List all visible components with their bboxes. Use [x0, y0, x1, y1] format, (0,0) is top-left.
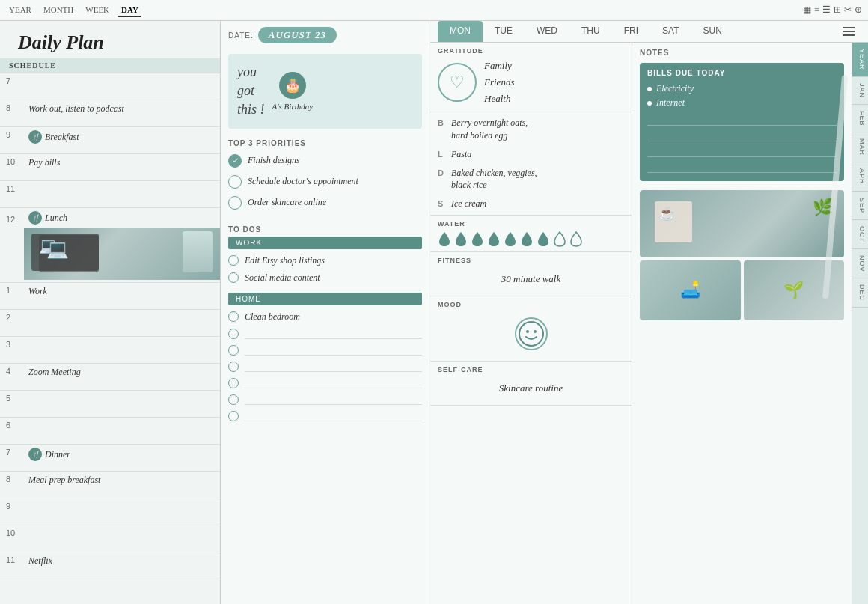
schedule-row: 9 🍴 Breakfast — [0, 127, 220, 154]
schedule-content — [24, 73, 220, 79]
schedule-row-lunch: 12 🍴 Lunch 💻 — [0, 208, 220, 283]
meal-label-s: S — [438, 198, 447, 208]
photo-2: 🛋️ — [640, 260, 741, 320]
right-sidebar: YEAR JAN FEB MAR APR SEP OCT NOV DEC — [852, 43, 868, 604]
sidebar-tab-mar[interactable]: MAR — [852, 132, 868, 162]
todo-text: Clean bedroom — [245, 311, 300, 323]
todo-checkbox[interactable] — [228, 255, 239, 266]
schedule-row: 11 Netflix — [0, 552, 220, 579]
tab-sat[interactable]: SAT — [650, 21, 691, 42]
toolbar-icons: ▦ ≡ ☰ ⊞ ✂ ⊕ — [803, 4, 862, 16]
nav-day[interactable]: DAY — [118, 4, 141, 17]
hour-label: 7 — [0, 445, 24, 457]
todo-checkbox[interactable] — [228, 411, 239, 421]
tab-thu[interactable]: THU — [569, 21, 612, 42]
meal-row-breakfast: B Berry overnight oats,hard boiled egg — [438, 117, 624, 142]
toolbar-icon-2[interactable]: ≡ — [814, 4, 819, 16]
toolbar-icon-1[interactable]: ▦ — [803, 4, 811, 16]
tab-sun[interactable]: SUN — [691, 21, 733, 42]
birthday-badge: 🎂 A's Birthday — [272, 72, 314, 111]
water-drop-filled — [438, 231, 451, 247]
hamburger-menu[interactable] — [837, 24, 861, 39]
schedule-content — [24, 418, 220, 424]
hour-label: 7 — [0, 73, 24, 85]
schedule-row: 4 Zoom Meeting — [0, 364, 220, 391]
hour-label: 10 — [0, 525, 24, 537]
todo-category-work: WORK — [228, 237, 422, 249]
schedule-row: 8 Work out, listen to podcast — [0, 100, 220, 127]
hour-label: 11 — [0, 181, 24, 193]
sidebar-tab-sep[interactable]: SEP — [852, 192, 868, 220]
nav-month[interactable]: MONTH — [40, 4, 76, 17]
todo-checkbox[interactable] — [228, 311, 239, 322]
toolbar-icon-6[interactable]: ⊕ — [855, 4, 862, 16]
day-tabs: MON TUE WED THU FRI SAT SUN — [430, 21, 868, 43]
sidebar-tab-year[interactable]: YEAR — [852, 43, 868, 77]
priority-text-3: Order skincare online — [248, 197, 326, 208]
motivation-box: yougotthis ! 🎂 A's Birthday — [228, 54, 422, 129]
period-selector[interactable]: YEAR MONTH WEEK DAY — [6, 4, 141, 17]
birthday-text: A's Birthday — [272, 102, 314, 111]
todo-text: Social media content — [245, 272, 320, 284]
water-section: WATER — [430, 216, 632, 252]
schedule-content — [24, 525, 220, 531]
schedule-lunch-image: 💻 — [24, 228, 220, 280]
meal-value-lunch: Pasta — [451, 148, 471, 161]
sidebar-tab-apr[interactable]: APR — [852, 162, 868, 192]
bills-box: BILLS DUE TODAY Electricity Internet — [640, 63, 844, 181]
fitness-label: FITNESS — [438, 257, 624, 264]
tab-mon[interactable]: MON — [438, 21, 483, 42]
water-drop-filled — [487, 231, 501, 247]
schedule-row: 3 — [0, 337, 220, 364]
toolbar-icon-4[interactable]: ⊞ — [834, 4, 841, 16]
water-drop-empty — [569, 231, 583, 247]
sidebar-tab-nov[interactable]: NOV — [852, 249, 868, 279]
priority-checkbox-1[interactable]: ✓ — [228, 154, 242, 168]
meal-label-d: D — [438, 167, 447, 177]
birthday-icon: 🎂 — [279, 72, 306, 99]
nav-year[interactable]: YEAR — [6, 4, 34, 17]
tab-wed[interactable]: WED — [525, 21, 569, 42]
sidebar-tab-dec[interactable]: DEC — [852, 278, 868, 308]
tab-fri[interactable]: FRI — [612, 21, 650, 42]
meal-row-snack: S Ice cream — [438, 198, 624, 210]
water-label: WATER — [438, 220, 624, 228]
photo-1: ☕ 🌿 — [640, 190, 844, 257]
meal-row-dinner: D Baked chicken, veggies,black rice — [438, 167, 624, 192]
tab-tue[interactable]: TUE — [483, 21, 525, 42]
schedule-row: 6 — [0, 418, 220, 445]
sidebar-tab-oct[interactable]: OCT — [852, 220, 868, 249]
todo-checkbox[interactable] — [228, 329, 239, 339]
bills-empty-row — [647, 144, 837, 157]
todo-checkbox[interactable] — [228, 272, 239, 283]
todo-checkbox[interactable] — [228, 345, 239, 356]
nav-week[interactable]: WEEK — [82, 4, 112, 17]
selfcare-value: Skincare routine — [438, 376, 624, 400]
bills-item-text: Electricity — [656, 83, 694, 94]
todo-checkbox[interactable] — [228, 362, 239, 372]
sidebar-tab-jan[interactable]: JAN — [852, 77, 868, 105]
hour-label: 11 — [0, 552, 24, 564]
meal-value-snack: Ice cream — [451, 198, 486, 210]
sidebar-tab-feb[interactable]: FEB — [852, 105, 868, 133]
todo-checkbox[interactable] — [228, 394, 239, 405]
date-pill: AUGUST 23 — [258, 27, 337, 43]
priority-checkbox-2[interactable] — [228, 175, 242, 189]
schedule-rows: 7 8 Work out, listen to podcast 9 🍴 Brea… — [0, 73, 220, 604]
mood-label: MOOD — [438, 301, 624, 308]
priority-item-2: Schedule doctor's appointment — [228, 171, 422, 192]
todo-checkbox[interactable] — [228, 378, 239, 388]
priorities-label: TOP 3 PRIORITIES — [221, 133, 430, 150]
toolbar-icon-5[interactable]: ✂ — [844, 4, 852, 16]
todo-item-empty — [228, 375, 422, 391]
schedule-content: Pay bills — [24, 154, 220, 171]
schedule-row: 8 Meal prep breakfast — [0, 472, 220, 498]
fitness-section: FITNESS 30 minute walk — [430, 252, 632, 296]
priority-checkbox-3[interactable] — [228, 196, 242, 210]
toolbar-icon-3[interactable]: ☰ — [822, 4, 831, 16]
notes-header: NOTES — [632, 43, 852, 60]
meal-icon: 🍴 — [28, 130, 42, 144]
schedule-content: Work — [24, 283, 220, 300]
schedule-row: 5 — [0, 391, 220, 418]
water-drop-filled — [471, 231, 484, 247]
